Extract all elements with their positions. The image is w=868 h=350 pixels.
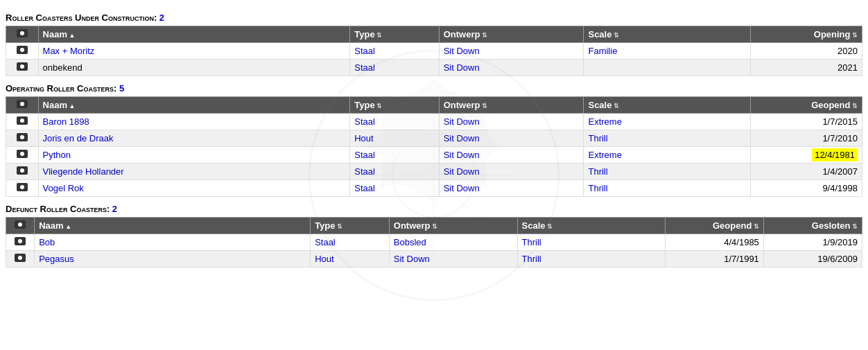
naam-link[interactable]: Python [43,150,71,160]
type-cell: Hout [311,251,390,268]
scale-link[interactable]: Thrill [522,254,541,264]
naam-text: onbekend [43,62,83,73]
col-scale-uc[interactable]: Scale [584,26,751,43]
naam-link[interactable]: Joris en de Draak [43,133,114,143]
operating-section: Operating Roller Coasters: 5 Naam Type O… [6,83,862,197]
col-naam-df[interactable]: Naam [35,218,311,234]
type-link[interactable]: Hout [315,254,333,264]
scale-link[interactable]: Thrill [588,133,607,143]
scale-cell: Thrill [584,180,751,197]
scale-link[interactable]: Thrill [588,166,607,177]
type-link[interactable]: Staal [354,46,375,56]
geopend-cell: 1/7/1991 [665,251,763,268]
ontwerp-cell: Sit Down [439,130,584,147]
ontwerp-link[interactable]: Sit Down [444,133,480,143]
defunct-count[interactable]: 2 [112,204,117,214]
operating-table: Naam Type Ontwerp Scale Geopend Baron 18… [6,96,862,197]
under-construction-section: Roller Coasters Under Construction: 2 Na… [6,12,862,76]
col-scale-df[interactable]: Scale [517,218,665,234]
naam-link[interactable]: Vogel Rok [43,183,84,193]
naam-cell: Bob [35,234,311,251]
scale-cell: Extreme [584,147,751,164]
ontwerp-cell: Sit Down [439,114,584,130]
cam-cell [6,147,39,164]
type-cell: Staal [350,114,439,130]
ontwerp-link[interactable]: Sit Down [444,150,480,160]
col-cam-df [6,218,35,234]
operating-title-text: Operating Roller Coasters: [6,83,116,94]
col-ontwerp-op[interactable]: Ontwerp [439,97,584,114]
naam-cell: Max + Moritz [38,43,350,60]
naam-link[interactable]: Vliegende Hollander [43,166,124,177]
under-construction-title: Roller Coasters Under Construction: 2 [6,12,862,23]
table-row: Python Staal Sit Down Extreme 12/4/1981 [6,147,862,164]
geopend-cell: 1/4/2007 [751,164,862,180]
cam-cell [6,251,35,268]
highlight-date: 12/4/1981 [812,148,858,161]
camera-icon [17,46,28,54]
scale-cell: Thrill [584,130,751,147]
cam-cell [6,164,39,180]
ontwerp-link[interactable]: Sit Down [444,46,480,56]
geopend-cell: 12/4/1981 [751,147,862,164]
table-row: Bob Staal Bobsled Thrill 4/4/1985 1/9/20… [6,234,862,251]
camera-icon [15,254,26,262]
naam-cell: Vogel Rok [38,180,350,197]
ontwerp-link[interactable]: Sit Down [444,183,480,193]
geopend-cell: 1/7/2015 [751,114,862,130]
type-cell: Staal [350,164,439,180]
col-naam-op[interactable]: Naam [38,97,350,114]
col-gesloten-df[interactable]: Gesloten [763,218,862,234]
col-type-uc[interactable]: Type [350,26,439,43]
geopend-cell: 1/7/2010 [751,130,862,147]
type-link[interactable]: Staal [354,150,375,160]
ontwerp-cell: Sit Down [439,147,584,164]
ontwerp-link[interactable]: Sit Down [444,116,480,127]
type-link[interactable]: Staal [315,237,336,247]
scale-cell: Familie [584,43,751,60]
col-type-df[interactable]: Type [311,218,390,234]
scale-cell [584,60,751,76]
scale-link[interactable]: Thrill [522,237,541,247]
col-opening-uc[interactable]: Opening [751,26,862,43]
camera-icon [17,116,28,125]
col-geopend-df[interactable]: Geopend [665,218,763,234]
ontwerp-link[interactable]: Sit Down [444,166,480,177]
type-cell: Staal [350,60,439,76]
type-cell: Staal [350,147,439,164]
type-link[interactable]: Hout [354,133,373,143]
camera-icon [17,133,28,141]
table-row: Max + Moritz Staal Sit Down Familie 2020 [6,43,862,60]
type-link[interactable]: Staal [354,62,375,73]
cam-cell [6,130,39,147]
col-scale-op[interactable]: Scale [584,97,751,114]
naam-link[interactable]: Bob [39,237,55,247]
naam-link[interactable]: Max + Moritz [43,46,95,56]
scale-link[interactable]: Thrill [588,183,607,193]
table-row: onbekend Staal Sit Down 2021 [6,60,862,76]
under-construction-count[interactable]: 2 [159,12,164,23]
camera-icon [17,166,28,175]
opening-cell: 2020 [751,43,862,60]
cam-cell [6,43,39,60]
scale-link[interactable]: Familie [588,46,617,56]
naam-link[interactable]: Baron 1898 [43,116,89,127]
col-ontwerp-df[interactable]: Ontwerp [389,218,517,234]
type-link[interactable]: Staal [354,183,375,193]
naam-cell: onbekend [38,60,350,76]
camera-icon-df [15,220,26,229]
col-geopend-op[interactable]: Geopend [751,97,862,114]
ontwerp-link[interactable]: Sit Down [394,254,430,264]
ontwerp-link[interactable]: Bobsled [394,237,426,247]
naam-link[interactable]: Pegasus [39,254,74,264]
col-naam-uc[interactable]: Naam [38,26,350,43]
type-link[interactable]: Staal [354,116,375,127]
col-type-op[interactable]: Type [350,97,439,114]
scale-link[interactable]: Extreme [588,150,621,160]
operating-count[interactable]: 5 [119,83,124,94]
ontwerp-link[interactable]: Sit Down [444,62,480,73]
scale-link[interactable]: Extreme [588,116,621,127]
col-ontwerp-uc[interactable]: Ontwerp [439,26,584,43]
table-row: Vliegende Hollander Staal Sit Down Thril… [6,164,862,180]
type-link[interactable]: Staal [354,166,375,177]
